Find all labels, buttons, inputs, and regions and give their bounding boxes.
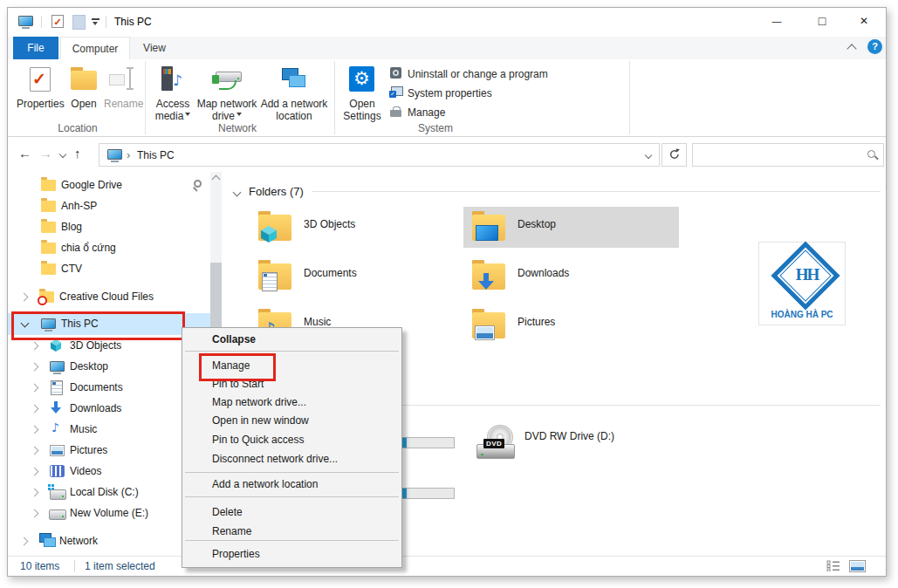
sidebar-item-google-drive[interactable]: Google Drive	[8, 174, 210, 195]
map-network-drive-button[interactable]: Map network drive	[196, 65, 257, 119]
folder-tile-downloads[interactable]: Downloads	[463, 256, 679, 297]
back-icon[interactable]: ←	[18, 146, 31, 161]
scroll-up-icon[interactable]	[212, 175, 221, 184]
sidebar-item-chia-o-cung[interactable]: chia ổ cứng	[8, 237, 210, 258]
tab-computer[interactable]: Computer	[60, 37, 130, 59]
properties-button[interactable]: Properties	[17, 65, 64, 119]
folders-group-header[interactable]: Folders (7)	[249, 185, 304, 198]
menu-item-delete[interactable]: Delete	[184, 503, 400, 521]
chevron-right-icon[interactable]	[31, 384, 39, 393]
collapse-group-icon[interactable]	[233, 188, 242, 197]
chevron-right-icon[interactable]	[31, 447, 39, 455]
folder-icon	[41, 201, 56, 212]
group-label-system: System	[392, 122, 479, 134]
menu-separator	[185, 351, 399, 352]
properties-quick-icon[interactable]	[51, 15, 64, 28]
button-label: Uninstall or change a program	[408, 68, 548, 80]
open-button[interactable]: Open	[65, 65, 102, 119]
selection-count: 1 item selected	[85, 560, 155, 572]
sidebar-item-new-volume-e[interactable]: New Volume (E:)	[8, 503, 210, 523]
address-dropdown-icon[interactable]	[645, 152, 652, 159]
menu-item-properties[interactable]: Properties	[184, 545, 400, 563]
folder-tile-documents[interactable]: Documents	[250, 256, 465, 297]
breadcrumb-separator-icon: ›	[127, 148, 130, 161]
folder-tile-3d-objects[interactable]: 3D Objects	[250, 207, 465, 248]
dvd-drive-tile[interactable]: DVD DVD RW Drive (D:)	[470, 423, 697, 464]
collapse-ribbon-icon[interactable]	[847, 44, 856, 53]
chevron-right-icon[interactable]	[31, 509, 39, 518]
rename-button[interactable]: Rename	[104, 65, 142, 119]
recent-locations-icon[interactable]	[59, 151, 66, 158]
sidebar-item-label: Videos	[70, 465, 101, 477]
chevron-right-icon[interactable]	[31, 489, 39, 497]
menu-item-collapse[interactable]: Collapse	[184, 331, 400, 348]
sidebar-item-music[interactable]: ♪ Music	[8, 419, 210, 440]
breadcrumb[interactable]: This PC	[137, 149, 175, 161]
menu-item-add-network-location[interactable]: Add a network location	[184, 475, 400, 493]
chevron-right-icon[interactable]	[31, 426, 39, 434]
sidebar-item-blog[interactable]: Blog	[8, 216, 210, 237]
menu-item-open-in-new-window[interactable]: Open in new window	[184, 412, 400, 429]
menu-item-pin-to-quick-access[interactable]: Pin to Quick access	[184, 431, 400, 448]
menu-item-disconnect-network-drive[interactable]: Disconnect network drive...	[184, 450, 400, 468]
folder-tile-label: 3D Objects	[304, 218, 355, 230]
search-input[interactable]	[696, 146, 857, 164]
button-label: Rename	[104, 98, 142, 110]
open-settings-button[interactable]: Open Settings	[339, 65, 385, 119]
minimize-button[interactable]	[758, 8, 795, 34]
customize-toolbar-icon[interactable]	[92, 18, 99, 20]
refresh-button[interactable]	[662, 143, 687, 167]
sidebar-item-pictures[interactable]: Pictures	[8, 440, 210, 461]
add-network-location-button[interactable]: Add a network location	[257, 65, 331, 119]
chevron-right-icon[interactable]	[31, 405, 39, 414]
manage-button[interactable]: Manage	[390, 105, 617, 120]
chevron-right-icon[interactable]	[20, 537, 29, 546]
network-icon	[39, 533, 55, 547]
sidebar-item-local-disk-c[interactable]: Local Disk (C:)	[8, 482, 210, 503]
sidebar-item-ctv[interactable]: CTV	[8, 258, 210, 279]
sidebar-item-label: Network	[59, 535, 98, 547]
tab-file[interactable]: File	[13, 37, 58, 59]
button-label: Manage	[408, 106, 445, 119]
folder-tile-desktop[interactable]: Desktop	[463, 207, 679, 248]
folder-tile-label: Music	[304, 316, 331, 328]
media-server-icon	[161, 66, 173, 91]
access-media-button[interactable]: ♪ Access media	[150, 65, 195, 119]
window-title: This PC	[114, 16, 152, 28]
sidebar-item-downloads[interactable]: Downloads	[8, 398, 210, 419]
chevron-right-icon[interactable]	[31, 342, 39, 351]
sidebar-item-desktop[interactable]: Desktop	[8, 356, 210, 377]
sidebar-item-network[interactable]: Network	[8, 530, 210, 551]
folder-icon	[472, 260, 505, 290]
sidebar-item-anh-sp[interactable]: Anh-SP	[8, 195, 210, 216]
sidebar-item-creative-cloud-files[interactable]: Creative Cloud Files	[8, 286, 210, 307]
chevron-right-icon[interactable]	[31, 363, 39, 372]
sidebar-item-videos[interactable]: Videos	[8, 461, 210, 482]
close-button[interactable]	[846, 8, 882, 34]
details-view-icon[interactable]	[826, 560, 840, 571]
chevron-right-icon[interactable]	[31, 468, 39, 476]
tab-view[interactable]: View	[132, 37, 177, 59]
annotation-box-manage	[199, 353, 276, 381]
folder-tile-pictures[interactable]: Pictures	[463, 304, 679, 345]
video-icon	[50, 465, 65, 477]
maximize-button[interactable]	[804, 8, 840, 34]
sidebar-item-documents[interactable]: Documents	[8, 377, 210, 398]
new-folder-quick-icon[interactable]	[72, 15, 86, 30]
search-box[interactable]	[692, 143, 884, 167]
up-icon[interactable]: ↑	[74, 146, 81, 161]
uninstall-program-button[interactable]: Uninstall or change a program	[390, 66, 617, 82]
chevron-right-icon[interactable]	[20, 293, 29, 302]
help-icon[interactable]	[867, 39, 882, 54]
folder-icon	[258, 260, 291, 290]
menu-item-rename[interactable]: Rename	[184, 523, 400, 540]
address-bar[interactable]: › This PC	[99, 143, 660, 167]
folder-tile-label: Documents	[304, 267, 357, 279]
folder-tile-label: Desktop	[518, 218, 556, 230]
system-properties-button[interactable]: System properties	[390, 85, 617, 101]
sidebar-item-label: chia ổ cứng	[61, 242, 116, 254]
thumbnail-view-icon[interactable]	[849, 560, 866, 572]
desktop-monitor-icon	[476, 225, 498, 241]
menu-item-map-network-drive[interactable]: Map network drive...	[184, 393, 400, 411]
picture-icon	[475, 325, 495, 340]
